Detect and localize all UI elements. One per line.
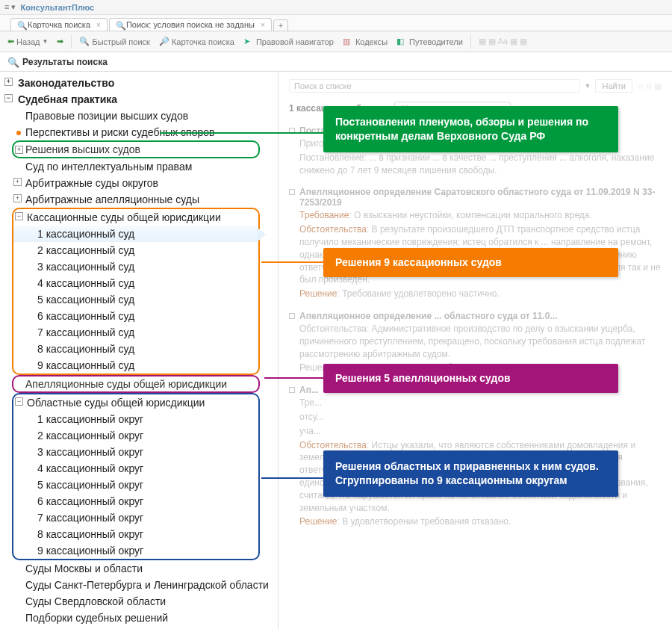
node-cassation-district[interactable]: 5 кассационный округ [13, 477, 258, 493]
node-ip-court[interactable]: Суд по интеллектуальным правам [0, 158, 278, 175]
expand-icon[interactable]: + [15, 146, 23, 154]
collapse-icon[interactable]: − [4, 94, 13, 102]
node-cassation-court[interactable]: 7 кассационный суд [13, 324, 258, 341]
find-button[interactable]: Найти [595, 79, 632, 93]
quick-search-button[interactable]: 🔍Быстрый поиск [76, 35, 152, 49]
node-legislation[interactable]: +Законодательство [0, 75, 278, 91]
node-cassation-court[interactable]: 1 кассационный суд [13, 226, 258, 242]
card-search-button[interactable]: 🔎Карточка поиска [156, 35, 237, 49]
node-cassation-district[interactable]: 7 кассационный округ [13, 509, 258, 526]
node-spb-courts[interactable]: Суды Санкт-Петербурга и Ленинградской об… [0, 577, 278, 593]
node-legal-positions[interactable]: Правовые позиции высших судов [0, 108, 278, 124]
connector-line [261, 261, 324, 263]
doc-marker-icon [289, 189, 295, 195]
node-appeal-general[interactable]: Апелляционные суды общей юрисдикции [25, 378, 227, 390]
expand-icon[interactable]: + [13, 178, 22, 186]
new-tab-button[interactable]: + [273, 19, 288, 31]
node-arb-districts[interactable]: +Арбитражные суды округов [0, 175, 278, 191]
node-cassation-district[interactable]: 4 кассационный округ [13, 460, 258, 477]
legal-nav-button[interactable]: ➤Правовой навигатор [240, 35, 337, 49]
node-selections[interactable]: Подборки судебных решений [0, 610, 278, 626]
node-cassation-district[interactable]: 8 кассационный округ [13, 526, 258, 542]
compass-icon: ➤ [243, 37, 254, 47]
titlebar: ≡ ▾ КонсультантПлюс [0, 0, 672, 15]
window-tabs: 🔍 Карточка поиска × 🔍 Поиск: условия пои… [0, 15, 672, 31]
search-input[interactable]: Поиск в списке [289, 79, 580, 93]
menu-icon[interactable]: ≡ ▾ [4, 2, 16, 12]
connector-line [261, 477, 324, 479]
arrow-right-icon: ➡ [57, 37, 63, 46]
node-cassation-court[interactable]: 5 кассационный суд [13, 291, 258, 308]
group-appeal-general: Апелляционные суды общей юрисдикции [12, 375, 260, 393]
app-name: КонсультантПлюс [20, 3, 94, 12]
group-regional-courts: −Областные суды общей юрисдикции 1 касса… [12, 393, 260, 560]
forward-button[interactable]: ➡ [54, 35, 66, 48]
back-button[interactable]: ⬅Назад▼ [4, 35, 51, 48]
card-icon: 🔎 [159, 37, 169, 47]
tab-card-search[interactable]: 🔍 Карточка поиска × [10, 18, 108, 31]
search-icon: 🔍 [17, 21, 25, 28]
close-icon[interactable]: × [261, 21, 265, 29]
results-title: Результаты поиска [22, 57, 108, 67]
toolbar-extra: ▦ ▦ Aa ▦ ▦ [476, 35, 530, 48]
codex-button[interactable]: ▥Кодексы [340, 35, 391, 49]
node-cassation-court[interactable]: 6 кассационный суд [13, 308, 258, 324]
toolbar-icons: ☆ ⎙ ▦ [637, 81, 662, 91]
search-icon: 🔍 [79, 37, 90, 47]
node-cassation-district[interactable]: 3 кассационный округ [13, 444, 258, 460]
content-search-bar: Поиск в списке ▼ Найти ☆ ⎙ ▦ [289, 78, 662, 99]
arrow-left-icon: ⬅ [7, 37, 14, 46]
node-sverdlovsk-courts[interactable]: Суды Свердловской области [0, 593, 278, 610]
node-cassation-general[interactable]: −Кассационные суды общей юрисдикции [13, 209, 258, 226]
node-moscow-courts[interactable]: Суды Москвы и области [0, 560, 278, 577]
callout-blue: Решения областных и приравненных к ним с… [323, 450, 618, 497]
results-header: 🔍 Результаты поиска [0, 52, 672, 72]
callout-purple: Решения 5 апелляционных судов [323, 364, 618, 393]
collapse-icon[interactable]: − [15, 212, 23, 220]
tab-search-empty[interactable]: 🔍 Поиск: условия поиска не заданы × [109, 18, 272, 31]
close-icon[interactable]: × [96, 21, 101, 29]
node-arb-appeal[interactable]: +Арбитражные апелляционные суды [0, 191, 278, 208]
selected-arrow-icon [257, 227, 266, 242]
category-tree: +Законодательство −Судебная практика Пра… [0, 72, 279, 629]
group-cassation-courts: −Кассационные суды общей юрисдикции 1 ка… [12, 208, 260, 375]
collapse-icon[interactable]: − [15, 397, 23, 406]
expand-icon[interactable]: + [4, 78, 13, 86]
node-cassation-district[interactable]: 6 кассационный округ [13, 493, 258, 509]
connector-line [160, 132, 324, 134]
node-high-courts[interactable]: Решения высших судов [25, 143, 140, 155]
callout-green: Постановления пленумов, обзоры и решения… [323, 106, 618, 152]
doc-marker-icon [289, 387, 295, 393]
node-cassation-court[interactable]: 4 кассационный суд [13, 275, 258, 291]
connector-line [264, 377, 324, 379]
expand-icon[interactable]: + [13, 194, 22, 202]
doc-marker-icon [289, 313, 295, 319]
callout-orange: Решения 9 кассационных судов [323, 248, 618, 277]
node-cassation-court[interactable]: 3 кассационный суд [13, 258, 258, 275]
results-content: Поиск в списке ▼ Найти ☆ ⎙ ▦ 1 кассацион… [279, 72, 672, 629]
node-cassation-court[interactable]: 2 кассационный суд [13, 242, 258, 258]
main-toolbar: ⬅Назад▼ ➡ 🔍Быстрый поиск 🔎Карточка поиск… [0, 31, 672, 52]
guides-button[interactable]: ◧Путеводители [393, 35, 466, 49]
search-icon: 🔍 [7, 57, 18, 67]
node-cassation-district[interactable]: 9 кассационный округ [13, 542, 258, 559]
doc-item[interactable]: Апелляционное определение Саратовского о… [289, 187, 662, 300]
node-cassation-court[interactable]: 8 кассационный суд [13, 341, 258, 357]
group-high-courts: + Решения высших судов [12, 140, 260, 158]
node-cassation-court[interactable]: 9 кассационный суд [13, 357, 258, 374]
node-judicial-practice[interactable]: −Судебная практика [0, 91, 278, 108]
guide-icon: ◧ [396, 37, 407, 47]
node-regional-general[interactable]: −Областные суды общей юрисдикции [13, 394, 258, 411]
book-icon: ▥ [343, 37, 353, 47]
node-cassation-district[interactable]: 2 кассационный округ [13, 427, 258, 444]
search-icon: 🔍 [116, 21, 123, 28]
node-cassation-district[interactable]: 1 кассационный округ [13, 411, 258, 427]
bullet-icon [16, 131, 21, 135]
